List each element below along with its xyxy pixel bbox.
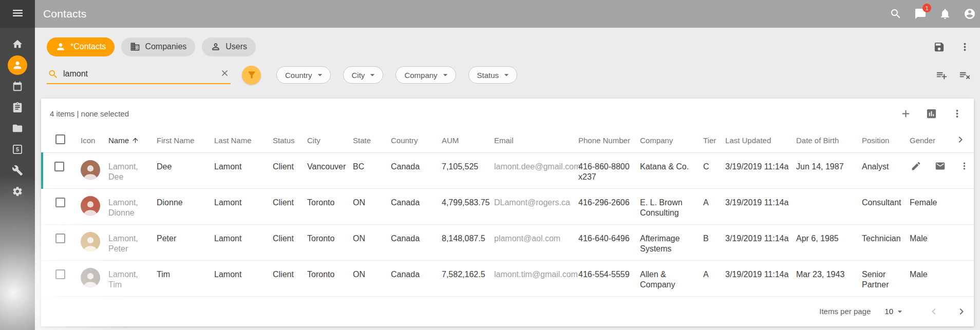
row-checkbox[interactable]: [55, 234, 65, 243]
caret-down-icon: [501, 70, 512, 80]
previous-page-button[interactable]: [928, 305, 940, 318]
sidebar-item-calendar[interactable]: [8, 76, 27, 96]
tab-contacts[interactable]: *Contacts: [47, 37, 115, 56]
cell-status: Client: [273, 260, 307, 296]
search-input[interactable]: [63, 69, 215, 79]
col-city[interactable]: City: [307, 128, 353, 152]
sidebar-item-home[interactable]: [8, 34, 27, 54]
list-summary: 4 items | none selected: [50, 109, 129, 118]
cell-country: Canada: [391, 224, 442, 260]
list-menu-button[interactable]: [951, 108, 963, 120]
filter-chip-label: Country: [285, 71, 312, 80]
playlist-add-icon: [936, 69, 948, 81]
row-checkbox[interactable]: [55, 269, 65, 279]
col-first-name[interactable]: First Name: [157, 128, 214, 152]
scroll-columns-right-button[interactable]: [954, 133, 967, 146]
edit-row-button[interactable]: [911, 161, 921, 171]
col-phone-number[interactable]: Phone Number: [578, 128, 640, 152]
cell-city: Toronto: [307, 260, 353, 296]
row-checkbox[interactable]: [54, 162, 64, 171]
save-view-button[interactable]: [933, 41, 945, 53]
col-name[interactable]: Name: [108, 128, 157, 152]
chevron-right-icon: [954, 133, 967, 146]
add-contact-button[interactable]: [900, 108, 912, 120]
table-row[interactable]: Lamont, Dee Dee Lamont Client Vancouver …: [42, 152, 974, 188]
messages-button[interactable]: 1: [914, 8, 927, 20]
items-per-page-select[interactable]: 10: [884, 306, 905, 317]
cell-last-name: Lamont: [214, 224, 273, 260]
cell-last-updated: 3/19/2019 11:14a: [725, 224, 796, 260]
notifications-button[interactable]: [939, 8, 951, 20]
col-last-updated[interactable]: Last Updated: [725, 128, 796, 152]
cell-email: DLamont@rogers.ca: [494, 188, 578, 224]
filter-chip-status[interactable]: Status: [468, 66, 518, 84]
items-per-page-label: Items per page: [819, 307, 871, 316]
save-icon: [933, 41, 945, 53]
cell-email: lamont.dee@gmail.com: [494, 152, 578, 188]
tab-label: *Contacts: [70, 42, 106, 51]
filter-chip-company[interactable]: Company: [395, 66, 456, 84]
global-search-button[interactable]: [890, 8, 902, 20]
cell-tier: A: [703, 188, 725, 224]
cell-email: plamont@aol.com: [494, 224, 578, 260]
table-row[interactable]: Lamont, Dionne Dionne Lamont Client Toro…: [42, 188, 974, 224]
cell-last-updated: 3/19/2019 11:14a: [725, 260, 796, 296]
cell-phone-number: 416-640-6496: [578, 224, 640, 260]
row-actions: [908, 161, 970, 171]
col-gender[interactable]: Gender: [910, 128, 954, 152]
email-row-button[interactable]: [935, 161, 946, 171]
cell-tier: C: [703, 152, 725, 188]
row-checkbox[interactable]: [55, 198, 65, 207]
table-row[interactable]: Lamont, Peter Peter Lamont Client Toront…: [42, 224, 974, 260]
chart-icon: [926, 108, 937, 120]
cell-company: E. L. Brown Consulting: [640, 188, 703, 224]
charts-button[interactable]: [926, 108, 937, 120]
select-all-checkbox[interactable]: [55, 134, 65, 144]
contacts-icon: [55, 42, 66, 52]
cell-last-updated: 3/19/2019 11:14a: [725, 152, 796, 188]
sidebar-item-filter-5[interactable]: 5: [8, 140, 27, 159]
col-company[interactable]: Company: [640, 128, 703, 152]
sidebar-item-tools[interactable]: [8, 161, 27, 180]
caret-down-icon: [315, 70, 325, 80]
col-last-name[interactable]: Last Name: [214, 128, 273, 152]
cell-first-name: Dionne: [157, 188, 214, 224]
sidebar-item-contacts[interactable]: [8, 55, 27, 75]
col-country[interactable]: Country: [391, 128, 442, 152]
tab-users[interactable]: Users: [202, 37, 256, 56]
col-email[interactable]: Email: [494, 128, 578, 152]
col-aum[interactable]: AUM: [442, 128, 494, 152]
col-position[interactable]: Position: [862, 128, 910, 152]
cell-last-updated: 3/19/2019 11:14a: [725, 188, 796, 224]
col-status[interactable]: Status: [273, 128, 307, 152]
view-menu-button[interactable]: [959, 41, 971, 53]
cell-company: Allen & Company: [640, 260, 703, 296]
next-page-button[interactable]: [955, 305, 968, 318]
col-tier[interactable]: Tier: [703, 128, 725, 152]
sidebar-item-folder[interactable]: [8, 119, 27, 138]
account-icon: [964, 8, 976, 20]
tab-companies[interactable]: Companies: [121, 37, 195, 56]
cell-date-of-birth: Mar 23, 1943: [796, 260, 862, 296]
table-row[interactable]: Lamont, Tim Tim Lamont Client Toronto ON…: [42, 260, 974, 296]
col-state[interactable]: State: [353, 128, 391, 152]
sidebar-item-tasks[interactable]: [8, 98, 27, 117]
search-row: CountryCityCompanyStatus: [41, 65, 974, 85]
col-date-of-birth[interactable]: Date of Birth: [796, 128, 862, 152]
cell-state: BC: [353, 152, 391, 188]
cell-name: Lamont, Peter: [108, 224, 157, 260]
sidebar-item-settings[interactable]: [8, 182, 27, 201]
add-to-list-button[interactable]: [936, 69, 948, 81]
search-field: [47, 66, 231, 84]
filter-button[interactable]: [242, 66, 261, 85]
menu-button[interactable]: [11, 7, 24, 22]
clear-search-button[interactable]: [220, 68, 230, 80]
chevron-left-icon: [928, 305, 940, 318]
cell-gender: Male: [910, 224, 954, 260]
remove-from-list-button[interactable]: [959, 69, 971, 81]
filter-chip-country[interactable]: Country: [276, 66, 331, 84]
account-button[interactable]: [964, 8, 976, 20]
row-more-button[interactable]: [959, 161, 970, 171]
filter-chip-city[interactable]: City: [343, 66, 384, 84]
cell-aum: 7,105,525: [442, 152, 494, 188]
